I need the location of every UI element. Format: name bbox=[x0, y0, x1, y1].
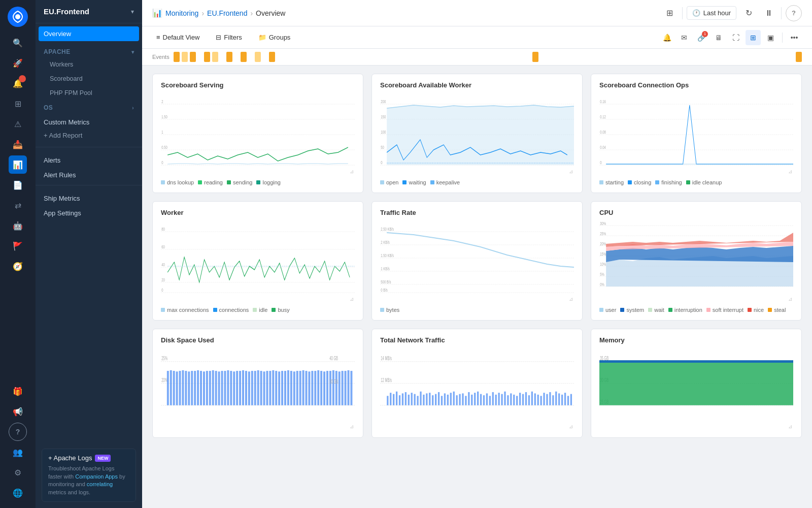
rocket-nav-icon[interactable]: 🚀 bbox=[9, 54, 27, 72]
notification-bell-button[interactable]: 🔔 bbox=[659, 30, 674, 45]
svg-rect-172 bbox=[459, 394, 460, 405]
panel-layout-button[interactable]: ▣ bbox=[763, 30, 778, 45]
sidebar-item-overview[interactable]: Overview bbox=[39, 26, 139, 41]
apache-logs-description: Troubleshoot Apache Logs faster with Com… bbox=[48, 465, 129, 496]
chart-resize-memory[interactable]: ⊿ bbox=[788, 424, 792, 429]
chart-resize-network[interactable]: ⊿ bbox=[569, 424, 573, 429]
svg-rect-208 bbox=[567, 396, 569, 405]
svg-rect-191 bbox=[516, 396, 518, 405]
chart-resize-traffic-rate[interactable]: ⊿ bbox=[569, 296, 573, 302]
chart-nav-icon[interactable]: 📊 bbox=[9, 155, 27, 174]
sidebar-item-app-settings[interactable]: App Settings bbox=[36, 204, 142, 219]
inbox-nav-icon[interactable]: 📥 bbox=[9, 135, 27, 153]
chart-resize-worker[interactable]: ⊿ bbox=[350, 296, 354, 302]
time-selector[interactable]: 🕐 Last hour bbox=[687, 6, 736, 20]
warning-nav-icon[interactable]: ⚠ bbox=[9, 115, 27, 133]
docs-nav-icon[interactable]: 📄 bbox=[9, 176, 27, 194]
help-nav-icon[interactable]: ? bbox=[9, 423, 27, 441]
groups-button[interactable]: 📁 Groups bbox=[254, 31, 295, 44]
monitor-button[interactable]: 🖥 bbox=[711, 30, 726, 45]
users-nav-icon[interactable]: 👥 bbox=[9, 443, 27, 461]
chart-resize-cpu[interactable]: ⊿ bbox=[788, 296, 792, 302]
svg-rect-108 bbox=[254, 371, 256, 405]
legend-wait: wait bbox=[648, 307, 664, 313]
chart-svg-scoreboard-serving: 2 1.50 1 0.50 0 bbox=[161, 94, 355, 175]
legend-connections: connections bbox=[213, 307, 249, 313]
svg-rect-169 bbox=[450, 393, 452, 405]
svg-rect-187 bbox=[504, 392, 505, 405]
svg-rect-166 bbox=[441, 396, 443, 405]
explore-nav-icon[interactable]: 🧭 bbox=[9, 257, 27, 275]
alert-nav-icon[interactable]: 🔔 bbox=[9, 74, 27, 92]
chart-area-scoreboard-serving: 2 1.50 1 0.50 0 ⊿ bbox=[161, 94, 355, 175]
sidebar-category-apache[interactable]: Apache ▾ bbox=[36, 44, 142, 57]
event-tick[interactable] bbox=[190, 52, 196, 62]
sidebar-bottom: + Apache Logs NEW Troubleshoot Apache Lo… bbox=[36, 442, 142, 508]
sidebar-chevron-icon[interactable]: ▾ bbox=[131, 8, 134, 15]
grid-nav-icon[interactable]: ⊞ bbox=[9, 94, 27, 113]
settings-nav-icon[interactable]: ⚙ bbox=[9, 463, 27, 482]
filters-button[interactable]: ⊟ Filters bbox=[212, 31, 246, 44]
chart-traffic-rate: Traffic Rate 2.50 KB/s 2 KB/s 1.50 KB/s … bbox=[371, 201, 583, 321]
event-tick[interactable] bbox=[226, 52, 232, 62]
gift-nav-icon[interactable]: 🎁 bbox=[9, 382, 27, 400]
sidebar-item-alerts[interactable]: Alerts bbox=[36, 151, 142, 166]
chart-resize-disk[interactable]: ⊿ bbox=[350, 424, 354, 429]
speaker-nav-icon[interactable]: 📢 bbox=[9, 402, 27, 421]
help-topbar-button[interactable]: ? bbox=[786, 5, 802, 21]
event-tick[interactable] bbox=[255, 52, 261, 62]
sidebar-item-phpfpmpool[interactable]: PHP FPM Pool bbox=[36, 86, 142, 100]
event-tick[interactable] bbox=[532, 52, 538, 62]
event-tick[interactable] bbox=[796, 52, 802, 62]
apache-logs-button[interactable]: + Apache Logs NEW Troubleshoot Apache Lo… bbox=[42, 449, 136, 502]
apache-chevron-icon: ▾ bbox=[131, 49, 134, 55]
refresh-button[interactable]: ↻ bbox=[740, 5, 757, 21]
svg-rect-139 bbox=[348, 370, 350, 405]
chart-scoreboard-serving: Scoreboard Serving 2 1.50 1 0.50 bbox=[152, 74, 363, 193]
bot-nav-icon[interactable]: 🤖 bbox=[9, 216, 27, 235]
breadcrumb-eu-frontend[interactable]: EU.Frontend bbox=[207, 9, 247, 17]
event-tick[interactable] bbox=[212, 52, 218, 62]
svg-rect-150 bbox=[393, 394, 394, 405]
grid-view-button[interactable]: ⊞ bbox=[662, 5, 678, 21]
event-tick[interactable] bbox=[269, 52, 275, 62]
svg-rect-97 bbox=[221, 371, 223, 405]
svg-rect-138 bbox=[345, 371, 347, 405]
svg-rect-171 bbox=[456, 395, 458, 405]
app-logo[interactable] bbox=[7, 6, 28, 27]
event-tick[interactable] bbox=[182, 52, 188, 62]
chart-resize-available-worker[interactable]: ⊿ bbox=[569, 169, 573, 174]
svg-rect-164 bbox=[435, 394, 436, 405]
svg-rect-204 bbox=[555, 392, 557, 405]
chart-resize-connection-ops[interactable]: ⊿ bbox=[788, 169, 792, 174]
chart-svg-memory: 35 GB 30 GB 25 GB bbox=[599, 349, 793, 430]
svg-rect-124 bbox=[302, 370, 304, 405]
chart-resize-scoreboard-serving[interactable]: ⊿ bbox=[350, 169, 354, 174]
more-options-button[interactable]: ••• bbox=[787, 30, 802, 45]
pause-button[interactable]: ⏸ bbox=[761, 5, 777, 21]
companion-apps-link[interactable]: Companion Apps bbox=[75, 473, 118, 480]
event-tick[interactable] bbox=[204, 52, 210, 62]
breadcrumb-monitoring[interactable]: Monitoring bbox=[165, 9, 198, 17]
event-tick[interactable] bbox=[241, 52, 247, 62]
sidebar-item-ship-metrics[interactable]: Ship Metrics bbox=[36, 189, 142, 204]
chart-title-scoreboard-available-worker: Scoreboard Available Worker bbox=[380, 81, 574, 89]
mail-button[interactable]: ✉ bbox=[676, 30, 692, 45]
link-button[interactable]: 🔗 1 bbox=[694, 30, 709, 45]
chart-title-scoreboard-connection-ops: Scoreboard Connection Ops bbox=[599, 81, 793, 89]
fullscreen-button[interactable]: ⛶ bbox=[728, 30, 743, 45]
sidebar-item-scoreboard[interactable]: Scoreboard bbox=[36, 72, 142, 86]
sidebar-item-workers[interactable]: Workers bbox=[36, 57, 142, 72]
search-nav-icon[interactable]: 🔍 bbox=[9, 34, 27, 52]
sidebar-add-report[interactable]: + Add Report bbox=[36, 128, 142, 143]
default-view-button[interactable]: ≡ Default View bbox=[152, 31, 204, 44]
globe-nav-icon[interactable]: 🌐 bbox=[9, 484, 27, 502]
transform-nav-icon[interactable]: ⇄ bbox=[9, 196, 27, 214]
sidebar-item-custom-metrics[interactable]: Custom Metrics bbox=[36, 113, 142, 128]
sidebar-category-os[interactable]: OS › bbox=[36, 100, 142, 113]
correlating-link[interactable]: correlating bbox=[87, 481, 113, 487]
event-tick[interactable] bbox=[174, 52, 180, 62]
grid-layout-button[interactable]: ⊞ bbox=[746, 30, 761, 45]
flag-nav-icon[interactable]: 🚩 bbox=[9, 237, 27, 255]
sidebar-item-alert-rules[interactable]: Alert Rules bbox=[36, 166, 142, 181]
